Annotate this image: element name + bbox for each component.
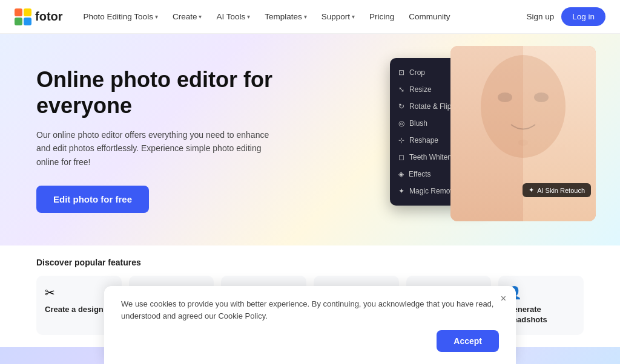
svg-point-6 — [534, 93, 549, 102]
hero-image-wrapper: ⊡ Crop ⤡ Resize ↻ Rotate & Flip ◎ Blush … — [390, 46, 596, 227]
nav-create[interactable]: Create ▾ — [167, 8, 208, 25]
face-photo: ✦ AI Skin Retouch — [450, 46, 596, 221]
logo-text: fotor — [35, 10, 63, 24]
nav-pricing[interactable]: Pricing — [363, 8, 400, 25]
chevron-down-icon: ▾ — [155, 13, 158, 20]
cta-button[interactable]: Edit photo for free — [36, 186, 149, 213]
nav-community[interactable]: Community — [403, 8, 456, 25]
svg-rect-0 — [15, 8, 22, 16]
cookie-banner: × We use cookies to provide you with bet… — [104, 286, 516, 364]
magic-icon: ✦ — [398, 187, 404, 195]
sparkle-icon: ✦ — [529, 186, 534, 194]
logo[interactable]: fotor — [15, 8, 63, 25]
blush-icon: ◎ — [398, 119, 404, 128]
teeth-icon: ◻ — [398, 153, 404, 161]
signup-button[interactable]: Sign up — [526, 12, 554, 21]
accept-button[interactable]: Accept — [437, 330, 499, 352]
nav-support[interactable]: Support ▾ — [315, 8, 361, 25]
svg-rect-2 — [15, 18, 22, 25]
nav-right: Sign up Log in — [526, 7, 605, 26]
navbar: fotor Photo Editing Tools ▾ Create ▾ AI … — [0, 0, 620, 34]
hero-section: Online photo editor for everyone Our onl… — [0, 34, 620, 245]
chevron-down-icon: ▾ — [247, 13, 250, 20]
create-design-icon: ✂ — [45, 285, 55, 300]
hero-description: Our online photo editor offers everythin… — [36, 128, 279, 169]
ai-retouch-badge: ✦ AI Skin Retouch — [523, 183, 591, 197]
svg-point-5 — [498, 93, 512, 102]
login-button[interactable]: Log in — [561, 7, 605, 26]
svg-rect-1 — [24, 8, 31, 16]
rotate-icon: ↻ — [398, 102, 404, 111]
crop-icon: ⊡ — [398, 68, 404, 77]
cookie-close-button[interactable]: × — [501, 293, 506, 304]
features-title: Discover popular features — [36, 258, 584, 267]
reshape-icon: ⊹ — [398, 136, 404, 145]
chevron-down-icon: ▾ — [199, 13, 202, 20]
nav-ai-tools[interactable]: AI Tools ▾ — [210, 8, 256, 25]
feature-headshots-label: Generate Headshots — [507, 305, 575, 325]
hero-title: Online photo editor for everyone — [36, 67, 279, 119]
resize-icon: ⤡ — [398, 85, 404, 94]
nav-photo-editing[interactable]: Photo Editing Tools ▾ — [78, 8, 164, 25]
svg-point-7 — [518, 140, 528, 146]
nav-items: Photo Editing Tools ▾ Create ▾ AI Tools … — [78, 8, 527, 25]
cookie-actions: Accept — [121, 330, 499, 352]
cookie-text: We use cookies to provide you with bette… — [121, 298, 499, 322]
nav-templates[interactable]: Templates ▾ — [259, 8, 313, 25]
feature-create-design-label: Create a design — [45, 305, 104, 315]
svg-rect-3 — [24, 18, 31, 25]
effects-icon: ◈ — [398, 170, 404, 178]
chevron-down-icon: ▾ — [352, 13, 355, 20]
chevron-down-icon: ▾ — [304, 13, 307, 20]
hero-content: Online photo editor for everyone Our onl… — [0, 67, 315, 213]
